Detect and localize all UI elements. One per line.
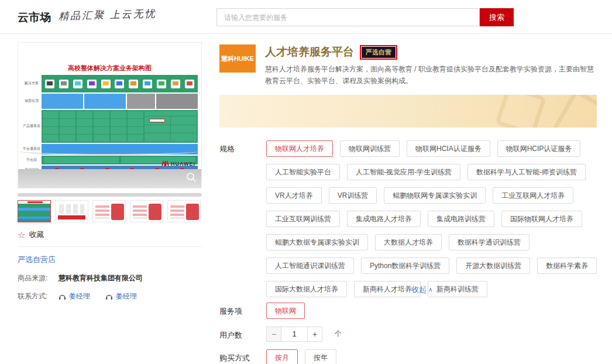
user-count-value[interactable]: 1 bbox=[281, 327, 307, 342]
decrement-button[interactable]: − bbox=[266, 327, 281, 342]
service-options: 物联网 bbox=[266, 303, 599, 319]
vendor-logo: HUAWEI bbox=[161, 160, 195, 167]
brand-slogan: 精品汇聚 上云无忧 bbox=[59, 7, 157, 23]
store-link[interactable]: 严选自营店 bbox=[18, 255, 202, 265]
contact-row: 联系方式: 姜经理 姜经理 bbox=[18, 291, 202, 301]
product-main-image[interactable]: 高校整体解决方案业务架构图 解决方案 场景应用 产品服务层 bbox=[18, 42, 202, 188]
spec-label: 规格 bbox=[219, 140, 266, 297]
chevron-up-icon: ∧ bbox=[428, 286, 432, 293]
diagram-row-label: 解决方案 bbox=[22, 75, 42, 92]
option-chip[interactable]: 按月 bbox=[266, 349, 298, 364]
purchase-method-row: 购买方式 按月按年 bbox=[219, 349, 599, 364]
self-operated-badge: 严选自营 bbox=[362, 47, 396, 58]
contact-link[interactable]: 姜经理 bbox=[105, 291, 137, 301]
thumbnail-scrollbar[interactable] bbox=[18, 193, 202, 197]
product-detail-panel: 慧科HUIKE 人才培养服务平台 严选自营 慧科人才培养服务平台解决方案，面向高… bbox=[219, 44, 599, 364]
contact-name: 姜经理 bbox=[69, 291, 90, 301]
option-chip[interactable]: 鲲鹏物联网专属课实验实训 bbox=[384, 187, 486, 204]
magnifier-icon[interactable] bbox=[186, 172, 197, 185]
option-chip[interactable]: 数据科学与人工智能-师资训练营 bbox=[467, 164, 586, 180]
option-chip[interactable]: 工业互联网训练营 bbox=[266, 211, 340, 227]
option-chip[interactable]: 数据科学通识训练营 bbox=[449, 234, 530, 250]
vendor-name: HUAWEI bbox=[171, 161, 195, 167]
option-chip[interactable]: VR人才培养 bbox=[266, 187, 322, 204]
source-row: 商品来源: 慧科教育科技集团有限公司 bbox=[18, 273, 202, 283]
option-chip[interactable]: 国际物联网人才培养 bbox=[501, 211, 582, 227]
banner-decoration bbox=[495, 95, 546, 128]
option-chip[interactable]: 国际大数据人才培养 bbox=[266, 281, 347, 297]
spec-options: 物联网人才培养物联网训练营物联网HCIA认证服务物联网HCIP认证服务人工智能实… bbox=[266, 140, 599, 297]
diagram-row-scenarios: 场景应用 bbox=[22, 94, 198, 109]
option-chip[interactable]: 新商科训练营 bbox=[428, 281, 487, 297]
product-gallery-panel: 高校整体解决方案业务架构图 解决方案 场景应用 产品服务层 bbox=[18, 42, 202, 301]
architecture-diagram: 高校整体解决方案业务架构图 解决方案 场景应用 产品服务层 bbox=[22, 64, 198, 176]
contact-link[interactable]: 姜经理 bbox=[59, 291, 90, 301]
option-chip[interactable]: 物联网HCIP认证服务 bbox=[497, 140, 581, 157]
option-chip[interactable]: 按年 bbox=[305, 349, 336, 364]
option-chip[interactable]: 鲲鹏大数据专属课实验实训 bbox=[266, 234, 368, 250]
collapse-toggle[interactable]: 收起 ∧ bbox=[411, 284, 432, 295]
option-chip[interactable]: 物联网训练营 bbox=[340, 140, 400, 157]
product-header: 慧科HUIKE 人才培养服务平台 严选自营 慧科人才培养服务平台解决方案，面向高… bbox=[219, 44, 599, 87]
thumbnail-strip bbox=[18, 200, 202, 222]
diagram-row-label: 产品服务层 bbox=[22, 110, 42, 143]
user-count-row: 用户数 − 1 + 个 bbox=[219, 327, 599, 342]
option-chip[interactable]: 数据科学素养 bbox=[537, 257, 597, 274]
diagram-row-solutions: 解决方案 bbox=[22, 75, 198, 92]
search-input[interactable] bbox=[216, 8, 480, 26]
service-label: 服务项 bbox=[219, 303, 266, 319]
contact-label: 联系方式: bbox=[18, 291, 59, 301]
option-chip[interactable]: 大数据人才培养 bbox=[375, 234, 442, 250]
diagram-row-label: 场景应用 bbox=[22, 94, 42, 109]
contact-list: 姜经理 姜经理 bbox=[59, 291, 137, 301]
option-chip[interactable]: 人工智能-视觉应用-学生训练营 bbox=[347, 164, 460, 180]
option-chip[interactable]: 人工智能实验平台 bbox=[266, 164, 340, 180]
star-icon: ☆ bbox=[18, 231, 25, 239]
diagram-row-products: 产品服务层 bbox=[22, 110, 198, 143]
headset-icon bbox=[105, 293, 113, 300]
option-chip[interactable]: VR训练营 bbox=[329, 187, 377, 204]
service-row: 服务项 物联网 bbox=[219, 303, 599, 319]
collapse-label: 收起 bbox=[411, 284, 427, 295]
favorite-button[interactable]: ☆ 收藏 bbox=[18, 229, 202, 247]
huike-logo: 慧科HUIKE bbox=[219, 44, 256, 73]
search-bar: 搜索 bbox=[216, 8, 514, 26]
increment-button[interactable]: + bbox=[307, 327, 322, 342]
thumbnail-2[interactable] bbox=[55, 200, 88, 222]
purchase-method-label: 购买方式 bbox=[219, 349, 266, 364]
purchase-options: 规格 物联网人才培养物联网训练营物联网HCIA认证服务物联网HCIP认证服务人工… bbox=[219, 140, 599, 364]
thumbnail-1[interactable] bbox=[18, 200, 51, 222]
option-chip[interactable]: 集成电路人才培养 bbox=[347, 211, 421, 227]
option-chip[interactable]: Python数据科学训练营 bbox=[361, 257, 449, 274]
purchase-method-options: 按月按年 bbox=[266, 349, 599, 364]
option-chip[interactable]: 集成电路训练营 bbox=[428, 211, 494, 227]
search-button[interactable]: 搜索 bbox=[480, 8, 514, 26]
option-chip[interactable]: 开源大数据训练营 bbox=[456, 257, 530, 274]
user-count-stepper: − 1 + bbox=[266, 327, 322, 342]
diagram-title: 高校整体解决方案业务架构图 bbox=[22, 64, 198, 73]
option-chip[interactable]: 新商科人才培养 bbox=[354, 281, 421, 297]
spec-row: 规格 物联网人才培养物联网训练营物联网HCIA认证服务物联网HCIP认证服务人工… bbox=[219, 140, 599, 297]
marketplace-brand: 云市场 bbox=[18, 10, 51, 25]
banner-decoration bbox=[549, 95, 597, 128]
user-count-label: 用户数 bbox=[219, 327, 266, 342]
option-chip[interactable]: 物联网人才培养 bbox=[266, 140, 333, 157]
option-chip[interactable]: 人工智能通识课训练营 bbox=[266, 257, 354, 274]
option-chip[interactable]: 物联网 bbox=[266, 303, 305, 319]
user-count-unit: 个 bbox=[335, 329, 342, 339]
contact-name: 姜经理 bbox=[116, 291, 137, 301]
option-chip[interactable]: 物联网HCIA认证服务 bbox=[407, 140, 490, 157]
cloud-divider bbox=[18, 147, 201, 155]
thumbnail-4[interactable] bbox=[130, 200, 163, 222]
diagram-row-label: 平台层 bbox=[22, 156, 42, 164]
badge-highlight-box: 严选自营 bbox=[360, 45, 397, 60]
favorite-label: 收藏 bbox=[29, 229, 44, 240]
option-chip[interactable]: 工业互联网人才培养 bbox=[493, 187, 573, 204]
product-title: 人才培养服务平台 bbox=[265, 44, 354, 60]
thumbnail-3[interactable] bbox=[92, 200, 126, 222]
source-label: 商品来源: bbox=[18, 273, 59, 283]
headset-icon bbox=[59, 293, 66, 300]
huawei-flower-icon bbox=[161, 160, 169, 167]
product-description: 慧科人才培养服务平台解决方案，面向高等教育 / 职业教育提供实验平台及配套教学实… bbox=[265, 63, 599, 87]
thumbnail-5[interactable] bbox=[167, 200, 201, 222]
